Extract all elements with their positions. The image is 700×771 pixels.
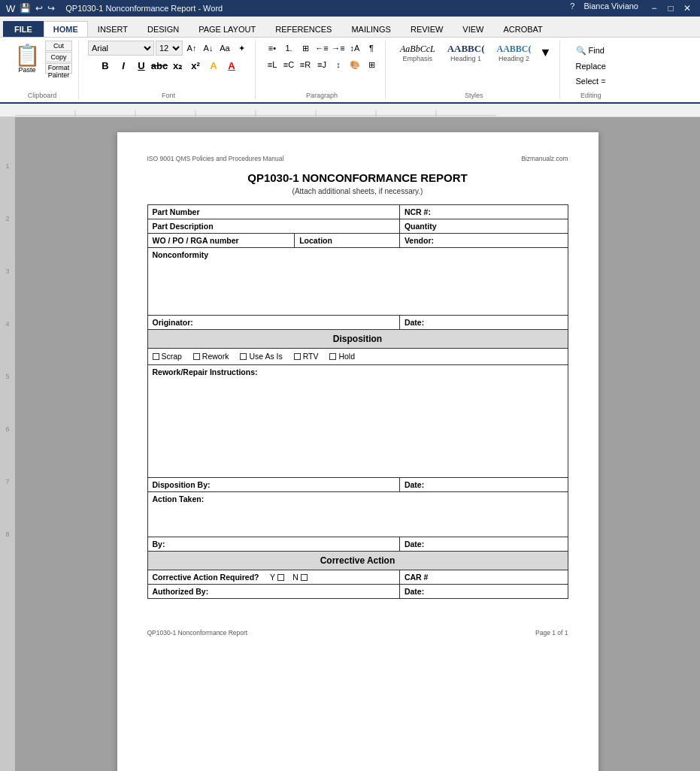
table-row: Authorized By: Date: bbox=[147, 584, 568, 598]
tab-pagelayout[interactable]: PAGE LAYOUT bbox=[189, 21, 265, 37]
hold-checkbox[interactable] bbox=[329, 353, 336, 360]
ribbon-body: 📋 Paste Cut Copy Format Painter Clipboar… bbox=[0, 38, 700, 104]
show-hide-button[interactable]: ¶ bbox=[364, 41, 379, 56]
tab-mailings[interactable]: MAILINGS bbox=[341, 21, 401, 37]
replace-button[interactable]: Replace bbox=[569, 59, 613, 73]
italic-button[interactable]: I bbox=[115, 57, 132, 74]
bold-button[interactable]: B bbox=[97, 57, 114, 74]
location-label: Location bbox=[295, 234, 400, 248]
increase-indent-button[interactable]: →≡ bbox=[331, 41, 346, 56]
nonconformity-label: Nonconformity bbox=[147, 248, 568, 316]
tab-file[interactable]: FILE bbox=[3, 21, 44, 37]
font-family-select[interactable]: Arial bbox=[88, 41, 154, 56]
quick-access-save[interactable]: 💾 bbox=[20, 3, 31, 14]
quick-access-undo[interactable]: ↩ bbox=[35, 3, 43, 14]
grow-font-button[interactable]: A↑ bbox=[184, 41, 199, 56]
originator-date-label: Date: bbox=[399, 316, 568, 330]
replace-label: Replace bbox=[576, 62, 606, 71]
subscript-button[interactable]: x₂ bbox=[169, 57, 186, 74]
car-label: CAR # bbox=[399, 570, 568, 584]
ribbon-group-editing: 🔍 Find Replace Select = Editing bbox=[563, 41, 619, 99]
align-right-button[interactable]: ≡R bbox=[298, 57, 313, 72]
clear-format-button[interactable]: ✦ bbox=[234, 41, 249, 56]
close-button[interactable]: ✕ bbox=[680, 2, 694, 15]
multilevel-button[interactable]: ⊞ bbox=[298, 41, 313, 56]
tab-view[interactable]: VIEW bbox=[453, 21, 493, 37]
style-heading1[interactable]: AABBC( Heading 1 bbox=[442, 41, 490, 65]
strikethrough-button[interactable]: abc bbox=[151, 57, 168, 74]
table-row: Part Number NCR #: bbox=[147, 205, 568, 219]
justify-button[interactable]: ≡J bbox=[314, 57, 329, 72]
help-icon[interactable]: ? bbox=[570, 2, 574, 15]
minimize-button[interactable]: − bbox=[647, 2, 661, 15]
font-row-1: Arial 12 A↑ A↓ Aa ✦ bbox=[88, 41, 249, 56]
ncr-label: NCR #: bbox=[399, 205, 568, 219]
maximize-button[interactable]: □ bbox=[664, 2, 677, 15]
style-emphasis-label: Emphasis bbox=[403, 55, 433, 62]
part-description-label: Part Description bbox=[147, 219, 399, 234]
copy-button[interactable]: Copy bbox=[45, 52, 72, 62]
rework-instructions-label: Rework/Repair Instructions: bbox=[147, 364, 568, 477]
table-row: Rework/Repair Instructions: bbox=[147, 364, 568, 477]
no-checkbox[interactable] bbox=[301, 574, 308, 581]
shrink-font-button[interactable]: A↓ bbox=[201, 41, 216, 56]
tab-acrobat[interactable]: ACROBAT bbox=[493, 21, 552, 37]
styles-row: AaBbCcL Emphasis AABBC( Heading 1 AABBC(… bbox=[395, 41, 553, 65]
tab-review[interactable]: REVIEW bbox=[401, 21, 453, 37]
cut-button[interactable]: Cut bbox=[45, 41, 72, 51]
document-area: 12345678 ISO 9001 QMS Policies and Proce… bbox=[0, 117, 700, 771]
format-painter-button[interactable]: Format Painter bbox=[45, 63, 72, 74]
superscript-button[interactable]: x² bbox=[187, 57, 204, 74]
user-name: Bianca Viviano bbox=[583, 2, 638, 15]
rework-checkbox[interactable] bbox=[193, 353, 200, 360]
title-bar-left: W 💾 ↩ ↪ QP1030-1 Nonconformance Report -… bbox=[6, 3, 223, 14]
para-row-1: ≡• 1. ⊞ ←≡ →≡ ↕A ¶ bbox=[265, 41, 379, 56]
yes-checkbox[interactable] bbox=[277, 574, 284, 581]
font-color-button[interactable]: A bbox=[223, 57, 240, 74]
page-header: ISO 9001 QMS Policies and Procedures Man… bbox=[147, 155, 568, 162]
table-row: Action Taken: bbox=[147, 491, 568, 537]
authorized-date-label: Date: bbox=[399, 584, 568, 598]
decrease-indent-button[interactable]: ←≡ bbox=[314, 41, 329, 56]
scrap-label: Scrap bbox=[162, 352, 182, 361]
corrective-required-label: Corrective Action Required? bbox=[153, 573, 259, 582]
word-logo-icon: W bbox=[6, 3, 15, 14]
paste-button[interactable]: 📋 Paste bbox=[12, 41, 42, 78]
numbering-button[interactable]: 1. bbox=[281, 41, 296, 56]
style-emphasis[interactable]: AaBbCcL Emphasis bbox=[395, 41, 441, 65]
document-title: QP1030-1 NONCONFORMANCE REPORT bbox=[147, 171, 568, 184]
font-size-select[interactable]: 12 bbox=[156, 41, 183, 56]
ruler bbox=[0, 104, 700, 117]
paragraph-label: Paragraph bbox=[306, 90, 338, 99]
page-container: ISO 9001 QMS Policies and Procedures Man… bbox=[15, 117, 700, 771]
text-highlight-button[interactable]: A bbox=[205, 57, 222, 74]
clipboard-label: Clipboard bbox=[28, 90, 57, 99]
change-case-button[interactable]: Aa bbox=[217, 41, 232, 56]
align-left-button[interactable]: ≡L bbox=[265, 57, 280, 72]
tab-references[interactable]: REFERENCES bbox=[265, 21, 341, 37]
tab-design[interactable]: DESIGN bbox=[138, 21, 189, 37]
style-heading2[interactable]: AABBC( Heading 2 bbox=[492, 41, 537, 65]
find-button[interactable]: 🔍 Find bbox=[569, 44, 613, 58]
document-subtitle: (Attach additional sheets, if necessary.… bbox=[147, 187, 568, 195]
rtv-checkbox[interactable] bbox=[294, 353, 301, 360]
select-button[interactable]: Select = bbox=[569, 74, 613, 88]
rework-checkbox-item: Rework bbox=[193, 352, 229, 361]
sort-button[interactable]: ↕A bbox=[347, 41, 362, 56]
by-label: By: bbox=[147, 537, 399, 551]
scrap-checkbox[interactable] bbox=[153, 353, 159, 360]
bullets-button[interactable]: ≡• bbox=[265, 41, 280, 56]
underline-button[interactable]: U bbox=[133, 57, 150, 74]
tab-home[interactable]: HOME bbox=[44, 21, 88, 37]
hold-checkbox-item: Hold bbox=[329, 352, 355, 361]
borders-button[interactable]: ⊞ bbox=[364, 57, 379, 72]
align-center-button[interactable]: ≡C bbox=[281, 57, 296, 72]
corrective-action-header: Corrective Action bbox=[147, 551, 568, 570]
shading-button[interactable]: 🎨 bbox=[347, 57, 362, 72]
tab-insert[interactable]: INSERT bbox=[88, 21, 138, 37]
use-as-is-checkbox[interactable] bbox=[240, 353, 247, 360]
line-spacing-button[interactable]: ↕ bbox=[331, 57, 346, 72]
table-row: Originator: Date: bbox=[147, 316, 568, 330]
quick-access-redo[interactable]: ↪ bbox=[47, 3, 55, 14]
styles-scroll-button[interactable]: ▼ bbox=[538, 45, 553, 60]
